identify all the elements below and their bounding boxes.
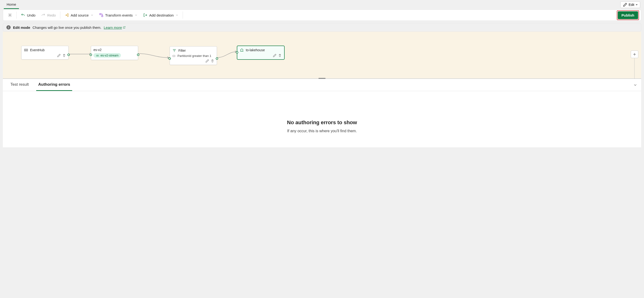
gear-icon bbox=[8, 13, 12, 17]
info-message: Changes will go live once you publish th… bbox=[33, 25, 102, 29]
add-line bbox=[634, 58, 634, 79]
stream-icon bbox=[96, 54, 99, 57]
collapse-panel-icon[interactable] bbox=[633, 83, 638, 87]
node-title: Filter bbox=[178, 49, 186, 52]
output-port[interactable] bbox=[216, 57, 218, 60]
output-port[interactable] bbox=[68, 54, 70, 56]
learn-more-label: Learn more bbox=[104, 25, 122, 29]
undo-icon bbox=[21, 13, 25, 17]
svg-rect-7 bbox=[173, 55, 175, 57]
chevron-down-icon bbox=[90, 14, 94, 16]
chevron-down-icon bbox=[134, 14, 138, 16]
tab-home[interactable]: Home bbox=[4, 0, 19, 9]
panel-body: No authoring errors to show If any occur… bbox=[3, 91, 641, 147]
delete-node-icon[interactable] bbox=[62, 54, 66, 57]
node-filter[interactable]: Filter PartitionId greater than 1 bbox=[170, 46, 217, 65]
connector bbox=[68, 53, 92, 58]
external-link-icon bbox=[123, 26, 126, 29]
info-bar: i Edit mode Changes will go live once yo… bbox=[3, 23, 641, 32]
tab-authoring-errors[interactable]: Authoring errors bbox=[36, 79, 72, 91]
input-port[interactable] bbox=[90, 54, 92, 56]
delete-node-icon[interactable] bbox=[278, 54, 282, 57]
edit-label: Edit bbox=[628, 3, 634, 6]
add-node-button[interactable] bbox=[631, 50, 638, 58]
stream-chip: es-v2-stream bbox=[94, 53, 121, 58]
settings-button[interactable] bbox=[5, 11, 15, 19]
transform-icon bbox=[99, 13, 104, 17]
publish-button[interactable]: Publish bbox=[618, 11, 638, 19]
node-destination[interactable]: to-lakehouse bbox=[237, 46, 284, 59]
caret-down-icon bbox=[636, 4, 638, 5]
input-port[interactable] bbox=[236, 51, 238, 54]
chevron-down-icon bbox=[176, 14, 178, 16]
redo-button: Redo bbox=[38, 11, 59, 19]
redo-label: Redo bbox=[47, 13, 56, 17]
pencil-icon bbox=[623, 2, 627, 7]
svg-rect-1 bbox=[100, 13, 101, 15]
dest-out-icon bbox=[143, 13, 148, 17]
undo-button[interactable]: Undo bbox=[18, 11, 38, 19]
connector bbox=[216, 50, 238, 60]
node-title: es-v2 bbox=[94, 48, 102, 52]
node-eventhub[interactable]: EventHub bbox=[21, 46, 68, 59]
node-title: EventHub bbox=[30, 48, 44, 52]
svg-point-5 bbox=[26, 50, 26, 50]
filter-icon bbox=[172, 48, 176, 53]
add-dest-label: Add destination bbox=[149, 13, 174, 17]
plus-icon bbox=[633, 52, 636, 56]
add-source-button[interactable]: Add source bbox=[62, 11, 96, 19]
svg-point-4 bbox=[25, 50, 26, 50]
edit-node-icon[interactable] bbox=[273, 54, 276, 57]
add-destination-button[interactable]: Add destination bbox=[140, 11, 181, 19]
separator bbox=[60, 11, 60, 19]
stream-chip-label: es-v2-stream bbox=[100, 54, 118, 57]
transform-label: Transform events bbox=[105, 13, 133, 17]
tab-test-result[interactable]: Test result bbox=[8, 79, 30, 91]
filter-rule: PartitionId greater than 1 bbox=[178, 54, 211, 58]
source-in-icon bbox=[64, 13, 69, 17]
bottom-panel: Test result Authoring errors No authorin… bbox=[3, 79, 641, 147]
transform-events-button[interactable]: Transform events bbox=[96, 11, 140, 19]
edit-node-icon[interactable] bbox=[205, 59, 209, 63]
publish-highlight: Publish bbox=[617, 10, 639, 20]
delete-node-icon[interactable] bbox=[210, 59, 214, 63]
separator bbox=[183, 11, 183, 19]
eventhub-icon bbox=[24, 48, 28, 52]
input-port[interactable] bbox=[168, 57, 171, 60]
svg-point-0 bbox=[10, 15, 11, 16]
svg-point-6 bbox=[26, 50, 27, 50]
lakehouse-icon bbox=[240, 48, 244, 52]
empty-title: No authoring errors to show bbox=[287, 120, 357, 126]
undo-label: Undo bbox=[27, 13, 36, 17]
edit-mode-button[interactable]: Edit bbox=[620, 1, 640, 8]
edit-node-icon[interactable] bbox=[57, 54, 61, 57]
info-mode: Edit mode bbox=[13, 25, 30, 29]
learn-more-link[interactable]: Learn more bbox=[104, 25, 126, 29]
separator bbox=[16, 11, 16, 19]
output-port[interactable] bbox=[137, 54, 139, 56]
info-icon: i bbox=[6, 25, 11, 29]
redo-icon bbox=[41, 13, 46, 17]
rule-icon bbox=[172, 54, 176, 58]
node-title: to-lakehouse bbox=[246, 48, 265, 52]
add-source-label: Add source bbox=[71, 13, 89, 17]
node-stream[interactable]: es-v2 es-v2-stream bbox=[91, 46, 138, 60]
toolbar: Undo Redo Add source Transform events Ad… bbox=[3, 9, 641, 21]
empty-subtitle: If any occur, this is where you'll find … bbox=[287, 129, 357, 133]
pipeline-canvas[interactable]: EventHub es-v2 es-v2-stream Filter Par bbox=[3, 32, 641, 79]
connector bbox=[138, 52, 170, 59]
svg-rect-2 bbox=[102, 15, 103, 17]
